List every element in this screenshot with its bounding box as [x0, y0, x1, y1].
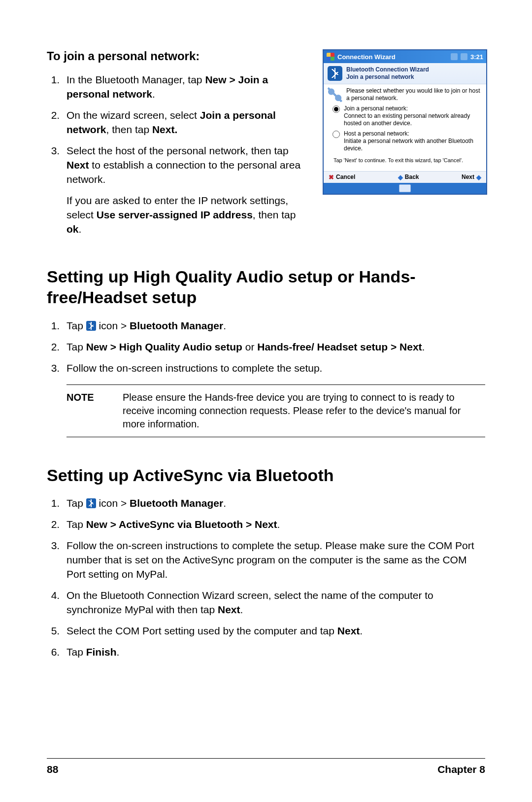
list-item: Tap Finish. [63, 645, 485, 660]
section1-heading: To join a personal network: [47, 49, 309, 63]
list-item: Tap New > High Quality Audio setup or Ha… [63, 340, 485, 354]
list-item: On the wizard screen, select Join a pers… [63, 108, 309, 137]
list-item: In the Bluetooth Manager, tap New > Join… [63, 73, 309, 102]
wizard-hint: Tap 'Next' to continue. To exit this wiz… [333, 157, 480, 164]
back-arrow-icon: ◆ [398, 174, 403, 181]
list-item: Follow the on-screen instructions to com… [63, 539, 485, 582]
option-title: Join a personal network: [344, 105, 480, 112]
next-arrow-icon: ◆ [476, 174, 481, 181]
option-title: Host a personal network: [344, 130, 480, 138]
section1-steps: In the Bluetooth Manager, tap New > Join… [47, 73, 309, 237]
wizard-title: Connection Wizard [337, 53, 396, 61]
list-item: Follow the on-screen instructions to com… [63, 361, 485, 376]
note-text: Please ensure the Hands-free device you … [123, 391, 485, 431]
chapter-label: Chapter 8 [437, 764, 485, 775]
section2-heading: Setting up High Quality Audio setup or H… [47, 266, 485, 308]
section2-steps: Tap icon > Bluetooth Manager. Tap New > … [47, 319, 485, 376]
keyboard-icon[interactable] [399, 184, 411, 192]
sip-bar[interactable] [324, 183, 486, 194]
clock: 3:21 [470, 53, 483, 61]
page-footer: 88 Chapter 8 [47, 758, 485, 775]
note-block: NOTE Please ensure the Hands-free device… [66, 384, 485, 437]
section1-followup: If you are asked to enter the IP network… [66, 194, 309, 237]
option-desc: Initiate a personal network with another… [344, 138, 480, 152]
list-item: Tap New > ActiveSync via Bluetooth > Nex… [63, 518, 485, 532]
list-item: Select the COM Port setting used by the … [63, 624, 485, 638]
wizard-header-line1: Bluetooth Connection Wizard [346, 66, 429, 73]
wizard-screenshot: Connection Wizard 3:21 Bluetooth Connect… [323, 49, 487, 195]
list-item: On the Bluetooth Connection Wizard scree… [63, 589, 485, 617]
network-icon [328, 87, 342, 102]
bluetooth-icon [86, 498, 96, 508]
tray-speaker-icon [461, 53, 467, 60]
tray-antenna-icon [451, 53, 458, 60]
wizard-lead-text: Please select whether you would like to … [346, 87, 481, 102]
cancel-icon: ✖ [329, 174, 334, 181]
option-desc: Connect to an existing personal network … [344, 112, 480, 127]
back-button[interactable]: ◆Back [398, 174, 419, 181]
windows-flag-icon [327, 53, 334, 61]
list-item: Tap icon > Bluetooth Manager. [63, 319, 485, 333]
wizard-header: Bluetooth Connection Wizard Join a perso… [324, 63, 486, 84]
note-label: NOTE [66, 391, 101, 431]
list-item: Select the host of the personal network,… [63, 144, 309, 237]
section3-steps: Tap icon > Bluetooth Manager. Tap New > … [47, 496, 485, 660]
wizard-titlebar: Connection Wizard 3:21 [324, 50, 486, 63]
radio-checked-icon[interactable] [332, 105, 340, 113]
wizard-header-line2: Join a personal network [346, 73, 429, 81]
document-page: To join a personal network: In the Bluet… [0, 0, 532, 802]
bluetooth-icon [328, 66, 342, 81]
list-item: Tap icon > Bluetooth Manager. [63, 496, 485, 511]
section3-heading: Setting up ActiveSync via Bluetooth [47, 465, 485, 486]
radio-unchecked-icon[interactable] [332, 131, 340, 138]
wizard-option-join[interactable]: Join a personal network: Connect to an e… [332, 105, 480, 127]
wizard-option-host[interactable]: Host a personal network: Initiate a pers… [332, 130, 480, 152]
page-number: 88 [47, 764, 58, 775]
cancel-button[interactable]: ✖Cancel [329, 174, 355, 181]
next-button[interactable]: Next◆ [462, 174, 481, 181]
bluetooth-icon [86, 321, 96, 331]
